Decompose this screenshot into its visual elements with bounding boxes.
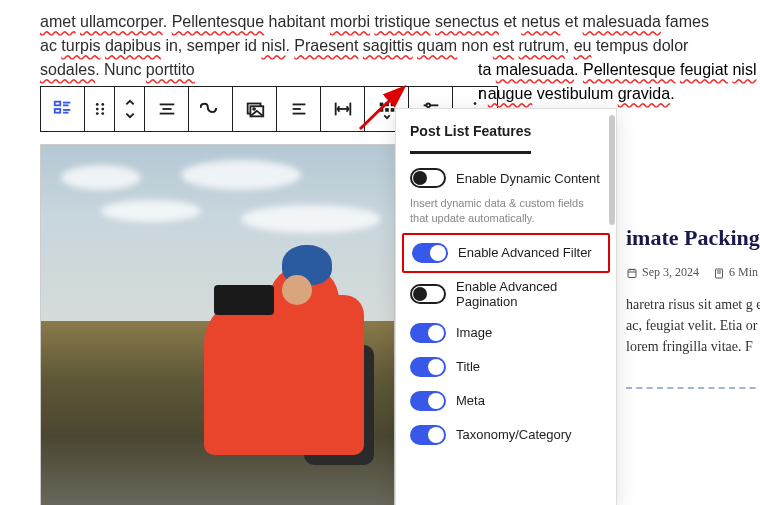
feature-label: Enable Advanced Pagination	[456, 279, 602, 309]
paragraph-tail-2: r augue vestibulum gravida.	[478, 82, 675, 106]
feature-label: Enable Advanced Filter	[458, 245, 592, 260]
feature-row-6: Taxonomy/Category	[410, 425, 602, 445]
drag-handle-icon[interactable]	[85, 87, 115, 131]
svg-rect-24	[379, 103, 383, 107]
feature-row-3: Image	[410, 323, 602, 343]
lazy-load-icon[interactable]	[189, 87, 233, 131]
feature-label: Enable Dynamic Content	[456, 171, 600, 186]
post-card-excerpt: haretra risus sit amet g e ac, feugiat v…	[626, 294, 760, 389]
feature-row-1: Enable Advanced Filter	[402, 233, 610, 273]
block-type-post-list-icon[interactable]	[41, 87, 85, 131]
feature-toggle[interactable]	[410, 284, 446, 304]
feature-row-5: Meta	[410, 391, 602, 411]
move-up-down-icon[interactable]	[115, 87, 145, 131]
feature-toggle[interactable]	[412, 243, 448, 263]
feature-row-4: Title	[410, 357, 602, 377]
align-icon[interactable]	[145, 87, 189, 131]
post-card-meta: Sep 3, 2024 6 Min R	[626, 265, 760, 280]
feature-toggle[interactable]	[410, 323, 446, 343]
feature-row-0: Enable Dynamic Content	[410, 168, 602, 188]
calendar-icon	[626, 267, 638, 279]
read-time-icon	[713, 267, 725, 279]
feature-toggle[interactable]	[410, 357, 446, 377]
feature-label: Taxonomy/Category	[456, 427, 572, 442]
post-card: imate Packing Sep 3, 2024 6 Min R haretr…	[626, 225, 760, 389]
svg-point-8	[95, 108, 98, 111]
post-card-title[interactable]: imate Packing	[626, 225, 760, 251]
svg-point-34	[474, 102, 477, 105]
text-align-icon[interactable]	[277, 87, 321, 131]
feature-toggle[interactable]	[410, 168, 446, 188]
svg-rect-26	[390, 103, 394, 107]
feature-row-2: Enable Advanced Pagination	[410, 279, 602, 309]
svg-point-31	[426, 104, 430, 108]
width-icon[interactable]	[321, 87, 365, 131]
svg-rect-1	[54, 109, 60, 113]
svg-point-11	[101, 112, 104, 115]
svg-rect-0	[54, 102, 60, 106]
post-featured-image[interactable]	[40, 144, 395, 505]
feature-label: Image	[456, 325, 492, 340]
image-icon[interactable]	[233, 87, 277, 131]
post-list-features-panel: Post List Features Enable Dynamic Conten…	[395, 108, 617, 505]
svg-rect-38	[628, 269, 636, 277]
svg-point-7	[101, 103, 104, 106]
feature-toggle[interactable]	[410, 391, 446, 411]
svg-rect-29	[390, 108, 394, 112]
feature-label: Meta	[456, 393, 485, 408]
panel-title: Post List Features	[410, 123, 531, 154]
svg-point-17	[253, 108, 255, 110]
feature-toggle[interactable]	[410, 425, 446, 445]
feature-description: Insert dynamic data & custom fields that…	[410, 196, 602, 227]
svg-point-9	[101, 108, 104, 111]
panel-scrollbar[interactable]	[609, 115, 615, 225]
svg-point-10	[95, 112, 98, 115]
feature-label: Title	[456, 359, 480, 374]
svg-point-6	[95, 103, 98, 106]
svg-rect-27	[379, 108, 383, 112]
svg-rect-25	[385, 103, 389, 107]
svg-rect-28	[385, 108, 389, 112]
